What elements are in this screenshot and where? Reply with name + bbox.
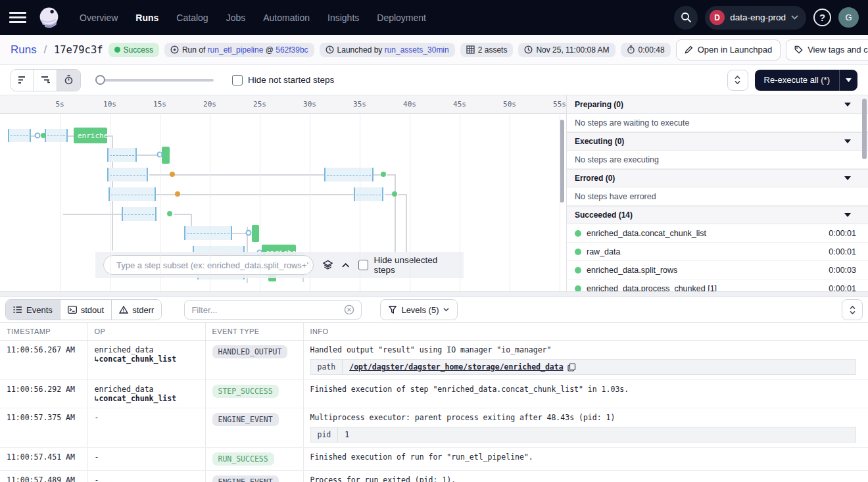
metadata-path-link[interactable]: /opt/dagster/dagster_home/storage/enrich… — [349, 362, 563, 372]
filter-funnel-icon — [389, 306, 397, 314]
gantt-step-bar[interactable] — [108, 187, 156, 201]
hide-not-started-checkbox[interactable]: Hide not started steps — [232, 75, 334, 85]
step-name: enriched_data.split_rows — [587, 266, 677, 275]
cell-event-type: ENGINE_EVENT — [205, 408, 303, 448]
reexecute-dropdown-button[interactable] — [839, 70, 857, 91]
gantt-event-dot — [175, 191, 180, 197]
gantt-step-bar[interactable] — [122, 207, 157, 221]
badge-link[interactable]: run_assets_30min — [385, 45, 449, 55]
tab-events[interactable]: Events — [6, 300, 60, 320]
step-row[interactable]: enriched_data.split_rows0:00:03 — [567, 261, 868, 279]
table-row[interactable]: 11:00:57.375 AM-ENGINE_EVENTMultiprocess… — [0, 408, 868, 448]
expand-collapse-button[interactable] — [727, 70, 748, 91]
step-row[interactable]: enriched_data.process_chunked [1]0:00:01 — [567, 279, 868, 291]
chevron-up-icon[interactable] — [342, 262, 349, 268]
step-subset-input[interactable]: Type a step subset (ex: enriched_data.sp… — [103, 255, 314, 275]
breadcrumb-runs-link[interactable]: Runs — [11, 43, 37, 56]
step-row[interactable]: enriched_data.concat_chunk_list0:00:01 — [567, 224, 868, 243]
view-flat-button[interactable] — [11, 70, 34, 91]
cell-op: - — [87, 471, 205, 482]
gantt-gridline — [460, 114, 460, 291]
event-type-badge: STEP_SUCCESS — [212, 385, 279, 398]
filter-input[interactable]: Filter... — [184, 300, 362, 320]
gantt-step-bar[interactable] — [107, 148, 137, 162]
step-duration: 0:00:01 — [829, 229, 856, 238]
gantt-event-dot — [41, 133, 46, 138]
cell-timestamp: 11:00:57.489 AM — [0, 471, 87, 482]
section-header-preparing[interactable]: Preparing (0) — [567, 95, 868, 114]
hamburger-menu-icon[interactable] — [9, 9, 26, 26]
zoom-slider[interactable] — [95, 75, 214, 85]
nav-item-automation[interactable]: Automation — [263, 12, 310, 23]
reexecute-all-button[interactable]: Re-execute all (*) — [755, 70, 857, 91]
panel-scrollbar[interactable] — [862, 99, 867, 159]
status-badge: Success — [108, 43, 159, 57]
gantt-event-dot — [35, 133, 41, 139]
step-row[interactable]: raw_data0:00:01 — [567, 243, 868, 261]
gantt-step-bar[interactable] — [162, 147, 170, 164]
gantt-connector-line — [387, 174, 395, 176]
levels-dropdown-button[interactable]: Levels (5) — [380, 299, 458, 320]
section-header-executing[interactable]: Executing (0) — [567, 132, 868, 151]
user-avatar[interactable]: G — [838, 7, 859, 28]
search-button[interactable] — [674, 6, 698, 30]
gantt-gridline — [360, 114, 360, 291]
panel-resize-divider[interactable] — [0, 291, 868, 297]
help-button[interactable]: ? — [813, 9, 831, 26]
axis-tick-label: 55s — [553, 100, 566, 108]
table-row[interactable]: 11:00:57.451 AM-RUN_SUCCESSFinished exec… — [0, 448, 868, 471]
section-header-succeeded[interactable]: Succeeded (14) — [567, 206, 868, 224]
success-dot-icon — [575, 230, 581, 237]
metadata-value-text: 1 — [345, 430, 349, 439]
dagster-logo-icon[interactable] — [37, 5, 61, 30]
nav-item-jobs[interactable]: Jobs — [226, 12, 246, 23]
view-tags-and-config-button[interactable]: View tags and config — [786, 39, 868, 60]
column-header-info: INFO — [303, 323, 868, 341]
badge-link[interactable]: run_etl_pipeline — [208, 45, 264, 55]
gantt-scrollbar[interactable] — [560, 120, 564, 203]
slider-thumb[interactable] — [95, 75, 105, 85]
workspace-switcher[interactable]: D data-eng-prod — [705, 6, 806, 30]
stopwatch-icon — [64, 75, 74, 85]
gantt-step-bar[interactable] — [252, 225, 259, 242]
nav-item-insights[interactable]: Insights — [327, 12, 359, 23]
gantt-step-bar[interactable] — [8, 129, 31, 142]
event-type-badge: ENGINE_EVENT — [212, 413, 279, 426]
hide-unselected-checkbox[interactable]: Hide unselected steps — [358, 255, 456, 275]
open-in-launchpad-button[interactable]: Open in Launchpad — [676, 39, 781, 60]
nav-item-catalog[interactable]: Catalog — [176, 12, 208, 23]
tab-stderr[interactable]: stderr — [112, 300, 161, 320]
badge-link[interactable]: 562f39bc — [276, 45, 308, 55]
axis-tick-label: 5s — [55, 100, 64, 108]
copy-icon[interactable] — [567, 363, 576, 372]
tag-icon — [794, 45, 803, 54]
header-actions: Open in LaunchpadView tags and config — [676, 39, 868, 60]
gantt-step-bar[interactable]: enriche… — [74, 128, 107, 143]
gantt-step-bar[interactable] — [354, 187, 383, 201]
nav-item-overview[interactable]: Overview — [80, 12, 118, 23]
axis-tick-label: 25s — [253, 100, 266, 108]
axis-tick-label: 50s — [503, 100, 516, 108]
gantt-step-bar[interactable] — [107, 168, 148, 181]
table-row[interactable]: 11:00:57.489 AM-ENGINE_EVENTProcess for … — [0, 471, 868, 482]
table-row[interactable]: 11:00:56.267 AMenriched_data↳concat_chun… — [0, 341, 868, 380]
cell-event-type: ENGINE_EVENT — [205, 471, 303, 482]
section-header-errored[interactable]: Errored (0) — [567, 169, 868, 187]
scroll-to-top-bottom-button[interactable] — [842, 299, 863, 320]
header-badge: Nov 25, 11:00:08 AM — [518, 43, 615, 57]
section-title: Preparing (0) — [575, 100, 623, 109]
table-row[interactable]: 11:00:56.292 AMenriched_data↳concat_chun… — [0, 380, 868, 408]
gantt-step-bar[interactable] — [324, 168, 374, 181]
gantt-step-bar[interactable] — [184, 226, 232, 240]
gantt-chart[interactable]: 5s10s15s20s25s30s35s40s45s50s55s enriche… — [0, 95, 567, 291]
nav-item-runs[interactable]: Runs — [135, 12, 158, 23]
view-timeline-button[interactable] — [57, 70, 80, 91]
layers-icon[interactable] — [323, 260, 333, 270]
nav-item-deployment[interactable]: Deployment — [377, 12, 426, 23]
badge-text-part: @ — [263, 45, 276, 55]
column-header-event-type: EVENT TYPE — [205, 323, 303, 341]
view-waterfall-button[interactable] — [34, 70, 57, 91]
gantt-step-bar[interactable] — [45, 129, 68, 142]
tab-stdout[interactable]: stdout — [60, 300, 112, 320]
clear-filter-icon[interactable] — [344, 304, 354, 315]
